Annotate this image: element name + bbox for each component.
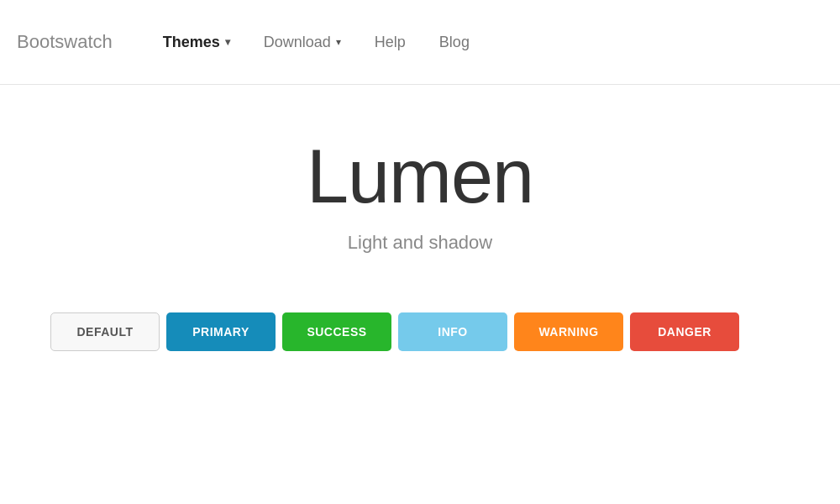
nav-item-blog[interactable]: Blog: [423, 34, 486, 51]
main-content: Lumen Light and shadow DEFAULT PRIMARY S…: [0, 85, 840, 351]
btn-default[interactable]: DEFAULT: [50, 312, 160, 351]
btn-danger[interactable]: DANGER: [630, 312, 739, 351]
nav-item-download[interactable]: Download ▾: [247, 34, 358, 51]
nav-item-help[interactable]: Help: [358, 34, 423, 51]
nav-items: Themes ▾ Download ▾ Help Blog: [146, 34, 486, 51]
nav-brand[interactable]: Bootswatch: [17, 31, 113, 53]
btn-info[interactable]: INFO: [398, 312, 507, 351]
nav-item-help-label: Help: [375, 34, 406, 51]
buttons-row: DEFAULT PRIMARY SUCCESS INFO WARNING DAN…: [0, 312, 739, 351]
nav-item-download-label: Download: [264, 34, 331, 51]
btn-warning[interactable]: WARNING: [514, 312, 623, 351]
nav-item-themes[interactable]: Themes ▾: [146, 34, 247, 51]
theme-subtitle: Light and shadow: [348, 232, 492, 254]
btn-success[interactable]: SUCCESS: [282, 312, 391, 351]
chevron-down-icon: ▾: [225, 36, 230, 48]
theme-title: Lumen: [307, 135, 533, 218]
nav-item-blog-label: Blog: [439, 34, 470, 51]
navbar: Bootswatch Themes ▾ Download ▾ Help Blog: [0, 0, 840, 85]
btn-primary[interactable]: PRIMARY: [166, 312, 276, 351]
chevron-down-icon: ▾: [336, 36, 341, 48]
nav-item-themes-label: Themes: [163, 34, 220, 51]
